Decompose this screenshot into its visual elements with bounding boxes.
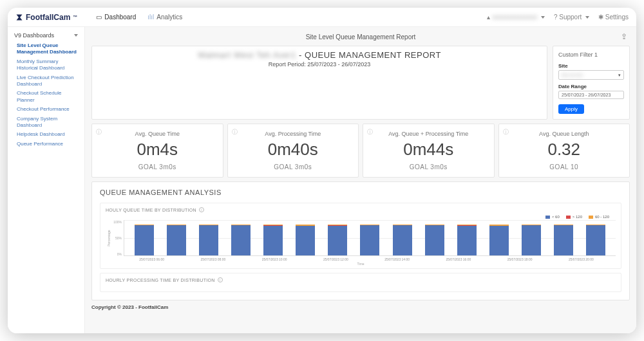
legend-item: > 120 [566, 215, 582, 219]
page-title: Site Level Queue Management Report [306, 33, 416, 41]
user-name: xxxxxxxxxxxxxx [492, 14, 537, 21]
kpi-label: Avg. Processing Time [232, 131, 355, 137]
x-tick: 25/07/2023 16:00 [440, 257, 477, 261]
nav-tab-label: Dashboard [104, 14, 136, 21]
sidebar-item[interactable]: Queue Performance [17, 141, 78, 147]
user-icon: ▴ [487, 14, 490, 21]
kpi-goal: GOAL 3m0s [232, 163, 355, 170]
x-tick: 25/07/2023 14:00 [379, 257, 415, 261]
info-icon[interactable]: i [199, 207, 204, 212]
chart-bar [489, 225, 509, 255]
info-icon[interactable]: ⓘ [503, 128, 509, 136]
kpi-card: ⓘAvg. Processing Time0m40sGOAL 3m0s [227, 124, 359, 178]
top-navbar: FootfallCam™ ▭ Dashboard ılıl Analytics … [8, 8, 636, 27]
x-tick: 25/07/2023 12:00 [317, 257, 354, 261]
kpi-value: 0.32 [503, 140, 626, 160]
help-icon: ? [554, 14, 558, 21]
nav-tab-label: Analytics [156, 14, 182, 21]
chart-bar [522, 225, 541, 255]
report-period: Report Period: 25/07/2023 - 26/07/2023 [92, 61, 547, 68]
page-header: Site Level Queue Management Report ⇪ [91, 31, 630, 43]
nav-tab-dashboard[interactable]: ▭ Dashboard [95, 14, 136, 21]
chart-title: HOULY QUEUE TIME BY DISTRIBUTION [106, 208, 196, 212]
filter-date-label: Date Range [558, 84, 624, 89]
report-site-name: Walmart West Teh Aver1 [198, 50, 296, 60]
y-tick: 100% [113, 220, 122, 224]
chevron-down-icon [74, 34, 78, 37]
filter-site-label: Site [558, 63, 624, 69]
chart-bar [328, 225, 347, 255]
site-select[interactable]: the la teri ▾ [558, 70, 624, 80]
kpi-value: 0m44s [367, 140, 490, 160]
sidebar-item[interactable]: Site Level Queue Management Dashboard [17, 42, 78, 56]
x-tick: 25/07/2023 20:00 [563, 257, 599, 261]
chart-bar [263, 225, 283, 255]
settings-label: Settings [605, 14, 629, 21]
brand-logo: FootfallCam™ [15, 13, 77, 22]
analysis-title: QUEUE MANAGEMENT ANALYSIS [100, 189, 621, 196]
legend-item: 60 - 120 [589, 215, 609, 219]
kpi-card: ⓘAvg. Queue Length0.32GOAL 10 [498, 124, 630, 178]
chevron-down-icon [541, 16, 545, 19]
chart-bar [167, 225, 186, 255]
sidebar-item[interactable]: Helpdesk Dashboard [17, 131, 78, 138]
nav-tab-analytics[interactable]: ılıl Analytics [147, 14, 182, 21]
support-label: Support [559, 14, 582, 21]
chart-bar [457, 225, 477, 255]
info-icon[interactable]: ⓘ [367, 128, 373, 136]
kpi-goal: GOAL 3m0s [96, 163, 219, 170]
legend-item: < 60 [545, 215, 560, 219]
chart-y-axis-label: Percentage [106, 220, 112, 256]
analysis-card: QUEUE MANAGEMENT ANALYSIS HOULY QUEUE TI… [91, 181, 630, 300]
user-menu[interactable]: ▴ xxxxxxxxxxxxxx [487, 14, 545, 21]
chevron-down-icon [585, 16, 589, 19]
chart-bar [360, 225, 379, 255]
gear-icon: ✱ [598, 14, 603, 21]
chart-bar [296, 225, 315, 255]
chart-bar [393, 225, 412, 255]
kpi-label: Avg. Queue + Processing Time [367, 131, 490, 137]
apply-button[interactable]: Apply [558, 104, 584, 114]
kpi-value: 0m40s [232, 140, 355, 160]
filter-panel-title: Custom Filter 1 [558, 51, 624, 58]
chart-title: HOURLY PROCESSING TIME BY DISTRIBUTION [106, 278, 215, 282]
report-title: Walmart West Teh Aver1 - QUEUE MANAGEMEN… [92, 50, 547, 60]
sidebar-section-header[interactable]: V9 Dashboards [14, 32, 78, 39]
export-icon[interactable]: ⇪ [621, 32, 627, 41]
sidebar-item[interactable]: Checkout Schedule Planner [17, 90, 78, 104]
chart-x-axis-label: Time [106, 262, 616, 266]
kpi-label: Avg. Queue Time [96, 131, 219, 137]
kpi-card: ⓘAvg. Queue + Processing Time0m44sGOAL 3… [363, 124, 495, 178]
sidebar-item[interactable]: Monthly Summary Historical Dashboard [17, 59, 78, 72]
footer: Copyright © 2023 - FootfallCam [91, 300, 630, 311]
info-icon[interactable]: i [218, 277, 223, 282]
info-icon[interactable]: ⓘ [96, 128, 102, 136]
sidebar-item[interactable]: Company System Dashboard [17, 116, 78, 129]
info-icon[interactable]: ⓘ [232, 128, 238, 136]
kpi-label: Avg. Queue Length [503, 131, 626, 137]
chart-hourly-processing-time: HOURLY PROCESSING TIME BY DISTRIBUTION i [100, 273, 621, 292]
x-tick: 25/07/2023 18:00 [502, 257, 538, 261]
brand-mark-icon [15, 14, 23, 21]
chart-bar [135, 225, 154, 255]
x-tick: 25/07/2023 10:00 [256, 257, 292, 261]
kpi-value: 0m4s [96, 140, 219, 160]
sidebar: V9 Dashboards Site Level Queue Managemen… [8, 27, 85, 333]
main-content: Site Level Queue Management Report ⇪ Wal… [85, 27, 636, 333]
y-tick: 50% [115, 236, 122, 240]
settings-link[interactable]: ✱ Settings [598, 14, 629, 21]
sidebar-item[interactable]: Checkout Performance [17, 106, 78, 113]
x-tick: 25/07/2023 06:00 [134, 257, 170, 261]
sidebar-item[interactable]: Live Checkout Prediction Dashboard [17, 75, 78, 88]
kpi-card: ⓘAvg. Queue Time0m4sGOAL 3m0s [91, 124, 223, 178]
kpi-goal: GOAL 3m0s [367, 163, 490, 170]
chart-bar [199, 225, 218, 255]
chart-hourly-queue-time: HOULY QUEUE TIME BY DISTRIBUTION i < 60>… [100, 203, 621, 269]
chart-bar [425, 225, 444, 255]
date-range-input[interactable] [558, 91, 624, 99]
support-link[interactable]: ? Support [554, 14, 589, 21]
dashboard-icon: ▭ [95, 14, 102, 21]
filter-panel: Custom Filter 1 Site the la teri ▾ Date … [553, 46, 630, 120]
kpi-goal: GOAL 10 [503, 163, 626, 170]
analytics-icon: ılıl [147, 14, 154, 21]
